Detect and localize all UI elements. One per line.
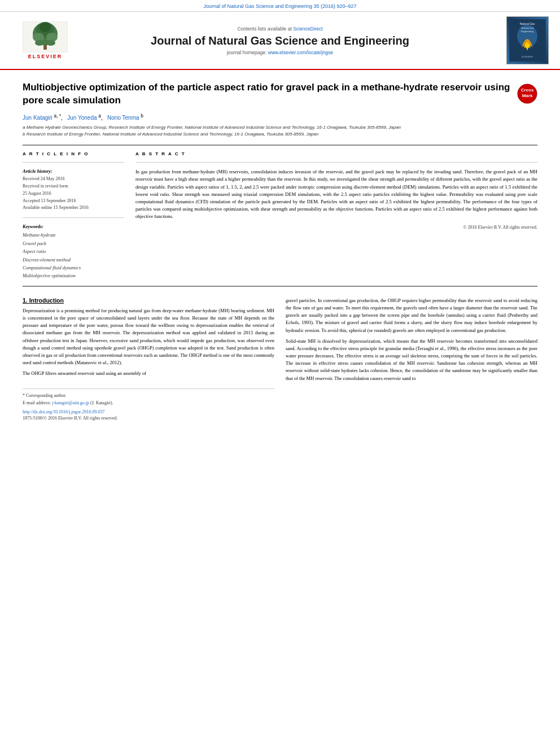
keyword-3: Aspect ratio (23, 247, 124, 255)
affiliation-b: b Research Institute of Energy Frontier,… (23, 131, 537, 138)
contents-label: Contents lists available at (237, 26, 291, 32)
journal-title: Journal of Natural Gas Science and Engin… (79, 34, 481, 47)
svg-text:Cross: Cross (521, 88, 534, 93)
abstract-divider (135, 162, 537, 163)
body-section: 1. Introduction Depressurization is a pr… (23, 297, 537, 421)
accepted-date: Accepted 13 September 2016 (23, 198, 124, 205)
email-suffix: (J. Katagiri). (90, 400, 113, 405)
svg-point-6 (40, 22, 51, 32)
header-divider (23, 145, 537, 146)
available-date: Available online 15 September 2016 (23, 204, 124, 212)
keyword-4: Discrete-element method (23, 256, 124, 264)
received-date: Received 24 May 2016 (23, 176, 124, 183)
authors-line: Jun Katagiri a, *, Jun Yoneda a, Norio T… (23, 113, 537, 121)
elsevier-tree-icon (23, 21, 68, 53)
keywords-label: Keywords: (23, 224, 124, 229)
intro-paragraph-2: The OHGP filters unwanted reservoir sand… (23, 370, 274, 377)
keyword-5: Computational fluid dynamics (23, 264, 124, 272)
history-title: Article history: (23, 168, 124, 174)
doi-link[interactable]: http://dx.doi.org/10.1016/j.jngse.2016.0… (23, 409, 104, 414)
article-history: Article history: Received 24 May 2016 Re… (23, 168, 124, 212)
elsevier-text: ELSEVIER (28, 54, 63, 59)
received-revised-label: Received in revised form (23, 183, 124, 190)
email-link[interactable]: j-katagiri@aist.go.jp (52, 400, 89, 405)
article-info-column: A R T I C L E I N F O Article history: R… (23, 151, 124, 280)
journal-ref-link[interactable]: Journal of Natural Gas Science and Engin… (203, 3, 356, 9)
article-title: Multiobjective optimization of the parti… (23, 81, 510, 107)
info-divider-top (23, 162, 124, 163)
author-yoneda-sup: a (98, 113, 101, 119)
keyword-1: Methane-hydrate (23, 231, 124, 239)
elsevier-logo-section: ELSEVIER (11, 21, 79, 59)
homepage-url[interactable]: www.elsevier.com/locate/jngse (268, 50, 333, 55)
author-tenma-sup: b (141, 113, 143, 119)
abstract-column: A B S T R A C T In gas production from m… (135, 151, 537, 280)
keywords-divider (23, 217, 124, 218)
intro-section-title: 1. Introduction (23, 297, 274, 304)
article-container: Multiobjective optimization of the parti… (0, 70, 560, 432)
author-katagiri-sup: a, * (54, 113, 62, 119)
email-label: E-mail address: (23, 400, 51, 405)
issn-line: 1875-5100/© 2016 Elsevier B.V. All right… (23, 416, 274, 421)
corresponding-label: * Corresponding author. (23, 393, 67, 398)
journal-cover-image: Natural Gas Science and Engineering ELSE… (506, 16, 549, 64)
sciencedirect-link[interactable]: ScienceDirect (293, 26, 322, 32)
received-revised-date: 25 August 2016 (23, 190, 124, 198)
doi-line: http://dx.doi.org/10.1016/j.jngse.2016.0… (23, 409, 274, 414)
body-left-column: 1. Introduction Depressurization is a pr… (23, 297, 274, 421)
keyword-6: Multiobjective optimization (23, 272, 124, 279)
journal-cover-section: Natural Gas Science and Engineering ELSE… (481, 16, 549, 64)
svg-text:ELSEVIER: ELSEVIER (522, 55, 533, 58)
email-note: E-mail address: j-katagiri@aist.go.jp (J… (23, 400, 274, 407)
body-right-column: gravel particles. In conventional gas pr… (286, 297, 537, 421)
abstract-text: In gas production from methane-hydrate (… (135, 168, 537, 220)
intro-label: Introduction (29, 297, 64, 304)
footnote-section: * Corresponding author. E-mail address: … (23, 388, 274, 421)
svg-text:Mark: Mark (522, 93, 533, 98)
cover-svg: Natural Gas Science and Engineering ELSE… (509, 19, 546, 62)
info-abstract-section: A R T I C L E I N F O Article history: R… (23, 151, 537, 280)
homepage-label: journal homepage: (227, 50, 266, 55)
svg-point-8 (46, 40, 55, 46)
article-title-section: Multiobjective optimization of the parti… (23, 81, 537, 107)
journal-header: ELSEVIER Contents lists available at Sci… (0, 12, 560, 70)
svg-text:Engineering: Engineering (521, 30, 533, 33)
elsevier-logo: ELSEVIER (11, 21, 79, 59)
crossmark-logo: Cross Mark (517, 84, 537, 104)
author-katagiri[interactable]: Jun Katagiri (23, 115, 53, 121)
right-paragraph-1: gravel particles. In conventional gas pr… (286, 297, 537, 334)
sciencedirect-line: Contents lists available at ScienceDirec… (79, 26, 481, 32)
journal-header-center: Contents lists available at ScienceDirec… (79, 26, 481, 55)
affiliations: a Methane Hydrate Geomechanics Group, Re… (23, 124, 537, 138)
abstract-heading: A B S T R A C T (135, 151, 537, 156)
keywords-section: Keywords: Methane-hydrate Gravel pack As… (23, 224, 124, 280)
intro-number: 1. (23, 297, 28, 304)
author-yoneda[interactable]: Jun Yoneda (67, 115, 97, 121)
body-divider (23, 286, 537, 287)
svg-text:Natural Gas: Natural Gas (520, 22, 535, 25)
keyword-2: Gravel pack (23, 239, 124, 247)
author-tenma[interactable]: Norio Tenma (107, 115, 139, 121)
journal-homepage: journal homepage: www.elsevier.com/locat… (79, 50, 481, 55)
article-info-heading: A R T I C L E I N F O (23, 151, 124, 156)
top-bar: Journal of Natural Gas Science and Engin… (0, 0, 560, 12)
affiliation-a: a Methane Hydrate Geomechanics Group, Re… (23, 124, 537, 131)
right-paragraph-2: Solid-state MH is dissolved by depressur… (286, 338, 537, 382)
svg-point-7 (35, 40, 44, 46)
corresponding-author-note: * Corresponding author. (23, 392, 274, 400)
intro-paragraph-1: Depressurization is a promising method f… (23, 307, 274, 366)
svg-text:Science and: Science and (521, 27, 533, 29)
copyright-line: © 2016 Elsevier B.V. All rights reserved… (135, 225, 537, 230)
